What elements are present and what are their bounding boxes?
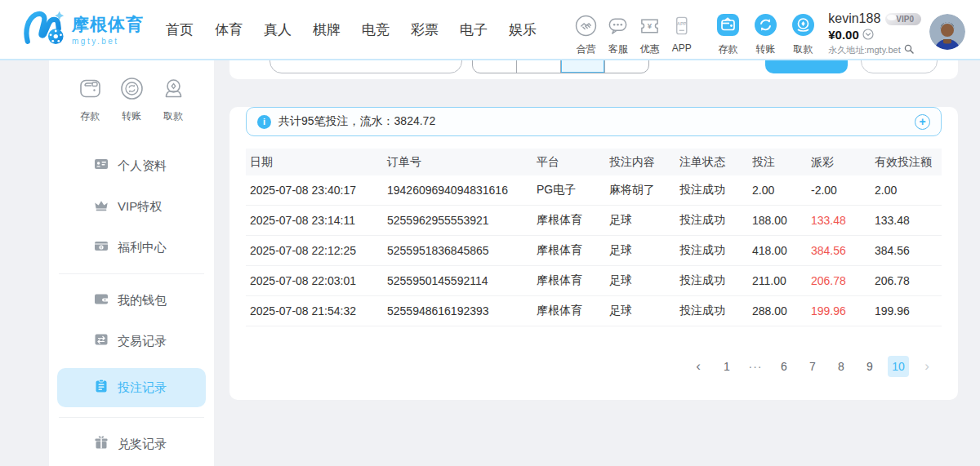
nav-item-entertainment[interactable]: 娱乐 bbox=[498, 20, 547, 39]
main-content: i 共计95笔投注，流水：3824.72 + 日期 订单号 平台 投注内容 注单… bbox=[214, 60, 980, 466]
cell-valid-amount: 206.78 bbox=[871, 274, 942, 287]
withdraw-button[interactable]: 取款 bbox=[784, 13, 822, 56]
table-row: 2025-07-08 21:54:32 5255948616192393 摩根体… bbox=[246, 296, 942, 326]
promotions-button[interactable]: ¥ 优惠 bbox=[634, 15, 666, 56]
sidebar-item-bet-records[interactable]: 投注记录 bbox=[57, 368, 206, 407]
table-row: 2025-07-08 22:12:25 5255951836845865 摩根体… bbox=[246, 236, 942, 266]
cell-date: 2025-07-08 22:12:25 bbox=[246, 244, 383, 257]
transaction-record-icon bbox=[94, 332, 109, 350]
nav-item-esports[interactable]: 电竞 bbox=[351, 20, 400, 39]
deposit-button[interactable]: 存款 bbox=[709, 13, 746, 56]
sidebar-menu: 个人资料 VIP特权 bbox=[49, 145, 214, 464]
svg-text:¥: ¥ bbox=[648, 21, 653, 30]
brand-name: 摩根体育 bbox=[72, 13, 144, 36]
coupon-icon: ¥ bbox=[639, 15, 661, 40]
avatar[interactable] bbox=[929, 14, 965, 50]
cell-bet: 188.00 bbox=[748, 214, 807, 227]
deposit-outline-icon bbox=[78, 76, 103, 104]
cell-date: 2025-07-08 21:54:32 bbox=[246, 304, 383, 317]
col-bet: 投注 bbox=[748, 155, 807, 170]
sidebar-item-profile[interactable]: 个人资料 bbox=[49, 145, 214, 186]
cell-platform: PG电子 bbox=[532, 183, 605, 197]
summary-text: 共计95笔投注，流水：3824.72 bbox=[278, 114, 435, 129]
col-status: 注单状态 bbox=[675, 155, 748, 170]
toggle-balance-icon[interactable] bbox=[862, 29, 874, 40]
id-card-icon bbox=[94, 157, 109, 175]
cell-valid-amount: 384.56 bbox=[871, 244, 942, 257]
col-date: 日期 bbox=[246, 155, 383, 170]
nav-item-cards[interactable]: 棋牌 bbox=[302, 20, 351, 39]
username[interactable]: kevin188 bbox=[828, 11, 880, 26]
pagination-ellipsis[interactable]: ··· bbox=[745, 356, 766, 377]
segment-option-1[interactable] bbox=[473, 60, 516, 73]
pagination-prev[interactable]: ‹ bbox=[688, 356, 709, 377]
cell-date: 2025-07-08 23:14:11 bbox=[246, 214, 383, 227]
search-button[interactable] bbox=[765, 60, 848, 73]
pagination-page-8[interactable]: 8 bbox=[831, 356, 852, 377]
filter-bar bbox=[229, 60, 958, 79]
customer-service-button[interactable]: 客服 bbox=[602, 15, 634, 56]
pagination-next[interactable]: › bbox=[916, 356, 938, 377]
date-range-input[interactable] bbox=[270, 60, 462, 73]
permanent-address: 永久地址:mgty.bet bbox=[828, 44, 900, 56]
sidebar-deposit-button[interactable]: 存款 bbox=[78, 76, 103, 123]
sidebar-divider bbox=[59, 417, 204, 418]
crown-icon bbox=[94, 197, 109, 215]
segment-option-4[interactable] bbox=[604, 60, 648, 73]
transfer-outline-icon bbox=[119, 76, 145, 104]
sidebar-quick-actions: 存款 转账 bbox=[49, 60, 214, 123]
pagination-page-10-active[interactable]: 10 bbox=[888, 356, 909, 377]
nav-item-live[interactable]: 真人 bbox=[253, 20, 302, 39]
cell-order-no: 5255962955553921 bbox=[383, 214, 532, 227]
nav-item-sports[interactable]: 体育 bbox=[204, 20, 253, 39]
brand-logo[interactable]: 摩根体育 mgty.bet bbox=[21, 9, 144, 50]
sidebar-item-transactions[interactable]: 交易记录 bbox=[49, 321, 214, 362]
segment-option-3-selected[interactable] bbox=[560, 60, 604, 73]
reset-button[interactable] bbox=[861, 60, 938, 73]
nav-item-lottery[interactable]: 彩票 bbox=[400, 20, 449, 39]
sidebar-item-welfare[interactable]: 福利中心 bbox=[49, 227, 214, 268]
nav-item-home[interactable]: 首页 bbox=[155, 20, 204, 39]
sidebar-withdraw-button[interactable]: 取款 bbox=[161, 76, 186, 123]
pagination-page-1[interactable]: 1 bbox=[716, 356, 737, 377]
sidebar-transfer-button[interactable]: 转账 bbox=[119, 76, 145, 123]
cell-status: 投注成功 bbox=[675, 273, 748, 288]
transfer-button[interactable]: 转账 bbox=[746, 13, 784, 56]
brand-logo-icon bbox=[21, 9, 69, 50]
segment-option-2[interactable] bbox=[516, 60, 560, 73]
cell-platform: 摩根体育 bbox=[532, 243, 605, 258]
brand-domain: mgty.bet bbox=[72, 37, 144, 46]
table-row: 2025-07-08 23:14:11 5255962955553921 摩根体… bbox=[246, 206, 942, 236]
cell-payout: 384.56 bbox=[807, 244, 871, 257]
col-bet-content: 投注内容 bbox=[605, 155, 675, 170]
transfer-icon bbox=[754, 13, 777, 40]
col-payout: 派彩 bbox=[807, 155, 871, 170]
magnifier-icon[interactable] bbox=[904, 44, 914, 54]
table-header: 日期 订单号 平台 投注内容 注单状态 投注 派彩 有效投注额 bbox=[246, 149, 942, 175]
sidebar-item-wallet[interactable]: 我的钱包 bbox=[49, 280, 214, 321]
cell-bet: 418.00 bbox=[748, 244, 807, 257]
cell-valid-amount: 2.00 bbox=[871, 184, 942, 197]
sidebar-item-prize-records[interactable]: 兑奖记录 bbox=[49, 424, 214, 464]
table-row: 2025-07-08 22:03:01 5255950145592114 摩根体… bbox=[246, 266, 942, 296]
partner-button[interactable]: 合营 bbox=[570, 15, 602, 56]
sidebar: 存款 转账 bbox=[49, 60, 214, 466]
cell-payout: 133.48 bbox=[807, 214, 871, 227]
cell-bet-content: 麻将胡了 bbox=[605, 183, 675, 197]
cell-status: 投注成功 bbox=[675, 243, 748, 258]
sidebar-item-vip[interactable]: VIP特权 bbox=[49, 186, 214, 227]
wallet-actions: 存款 转账 bbox=[709, 2, 822, 56]
handshake-icon bbox=[575, 15, 597, 40]
cell-platform: 摩根体育 bbox=[532, 273, 605, 288]
app-download-button[interactable]: APP APP bbox=[666, 15, 697, 54]
sidebar-divider bbox=[59, 273, 204, 274]
expand-plus-icon[interactable]: + bbox=[915, 114, 930, 130]
cell-valid-amount: 199.96 bbox=[871, 304, 942, 317]
pagination: ‹ 1 ··· 6 7 8 9 10 › bbox=[229, 356, 938, 377]
pagination-page-6[interactable]: 6 bbox=[773, 356, 795, 377]
cell-status: 投注成功 bbox=[675, 183, 748, 197]
pagination-page-9[interactable]: 9 bbox=[859, 356, 880, 377]
nav-item-slots[interactable]: 电子 bbox=[449, 20, 498, 39]
cell-payout: 199.96 bbox=[807, 304, 871, 317]
pagination-page-7[interactable]: 7 bbox=[802, 356, 823, 377]
